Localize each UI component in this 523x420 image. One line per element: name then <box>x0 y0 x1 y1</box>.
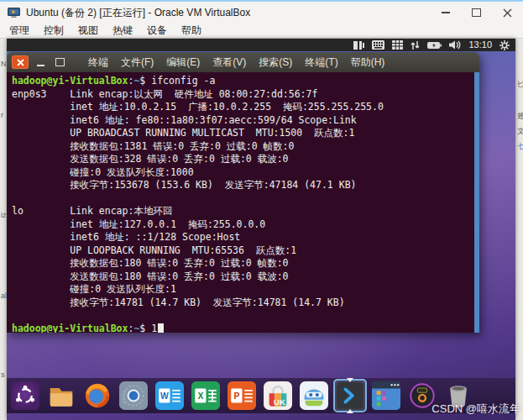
terminal-line: 发送数据包:328 错误:0 丢弃:0 过载:0 载波:0 <box>12 153 474 166</box>
ubuntu-dash-icon[interactable] <box>8 379 42 412</box>
terminal-menu-item[interactable]: 文件(F) <box>121 55 154 70</box>
virtualbox-menubar: 管理控制视图热键设备帮助 <box>0 24 523 39</box>
terminal-line: hadoop@yi-VirtualBox:~$ ifconfig -a <box>12 75 474 88</box>
host-desktop-fragment: iz <box>1 212 7 219</box>
terminal-menu-item[interactable]: 查看(V) <box>212 55 246 70</box>
network-arrows-icon[interactable] <box>411 40 420 50</box>
terminal-line: 发送数据包:180 错误:0 丢弃:0 过载:0 载波:0 <box>12 270 474 284</box>
svg-text:W: W <box>160 391 169 401</box>
minimize-icon <box>37 65 44 66</box>
terminal-scrollbar[interactable] <box>474 72 479 333</box>
terminal-line: inet6 地址: ::1/128 Scope:Host <box>12 231 474 244</box>
watermark: CSDN @嘻水流年 <box>431 402 520 417</box>
host-desktop-fragment: 七 <box>517 143 523 150</box>
window-title: Ubuntu (备份 2) [正在运行] - Oracle VM Virtual… <box>26 6 250 20</box>
terminal-menu-item[interactable]: 搜索(S) <box>259 55 292 70</box>
terminal-line: enp0s3 Link encap:以太网 硬件地址 08:00:27:dd:5… <box>12 88 474 102</box>
terminal-line: UP LOOPBACK RUNNING MTU:65536 跃点数:1 <box>12 244 474 258</box>
terminal-menu-item[interactable]: 帮助(H) <box>351 55 385 70</box>
terminal-maximize-button[interactable] <box>52 55 67 69</box>
utility-icon[interactable] <box>117 379 150 412</box>
host-desktop-fragment: 文 <box>517 128 523 135</box>
minimize-icon <box>442 12 450 13</box>
input-indicator-icon[interactable] <box>353 40 364 50</box>
terminal-line: inet 地址:127.0.0.1 掩码:255.0.0.0 <box>12 218 474 232</box>
prompt-user: hadoop@yi-VirtualBox <box>12 323 128 333</box>
ubuntu-top-panel: 13:10 <box>7 39 515 51</box>
volume-icon[interactable] <box>449 40 461 50</box>
prompt-user: hadoop@yi-VirtualBox <box>12 75 128 87</box>
host-desktop-fragment: N <box>1 60 7 68</box>
host-desktop-fragment: 匕 <box>517 81 523 88</box>
terminal-window: 终端文件(F)编辑(E)查看(V)搜索(S)终端(T)帮助(H) hadoop@… <box>7 52 479 333</box>
terminal-line: inet6 地址: fe80::1a80:3f07:aecc:599/64 Sc… <box>12 114 474 128</box>
terminal-menu-item[interactable]: 编辑(E) <box>166 55 200 70</box>
terminal-line: 接收数据包:180 错误:0 丢弃:0 过载:0 帧数:0 <box>12 257 474 270</box>
virtualbox-app-icon <box>8 7 20 18</box>
menubar-item[interactable]: 设备 <box>147 24 167 38</box>
prompt-command: $ ifconfig -a <box>139 75 215 87</box>
software-center-icon[interactable]: UK <box>261 379 295 412</box>
menubar-item[interactable]: 视图 <box>78 24 98 38</box>
svg-text:P: P <box>233 391 239 401</box>
host-desktop-fragment: 翅 <box>517 113 523 120</box>
terminal-line: inet 地址:10.0.2.15 广播:10.0.2.255 掩码:255.2… <box>12 101 474 114</box>
close-icon <box>17 59 24 66</box>
terminal-line: lo Link encap:本地环回 <box>12 205 474 218</box>
terminal-line: UP BROADCAST RUNNING MULTICAST MTU:1500 … <box>12 127 474 140</box>
terminal-minimize-button[interactable] <box>33 55 48 69</box>
terminal-line: 接收数据包:1381 错误:0 丢弃:0 过载:0 帧数:0 <box>12 140 474 154</box>
panel-clock[interactable]: 13:10 <box>468 39 492 51</box>
menubar-item[interactable]: 管理 <box>9 24 29 38</box>
terminal-menu-item[interactable]: 终端 <box>88 55 108 70</box>
terminal-close-button[interactable] <box>12 55 29 69</box>
terminal-line <box>12 309 474 323</box>
character-grid-icon[interactable] <box>392 40 403 50</box>
vm-viewport: 13:10 终端文件(F)编辑(E)查看(V)搜索(S)终端(T)帮助(H) h… <box>7 39 515 420</box>
svg-text:UK: UK <box>274 397 285 407</box>
prompt-command: $ 1 <box>139 323 157 333</box>
terminal-menu-item[interactable]: 终端(T) <box>305 55 337 70</box>
battery-icon[interactable] <box>427 41 442 50</box>
firefox-icon[interactable] <box>81 379 114 412</box>
minimize-button[interactable] <box>430 2 461 24</box>
terminal-titlebar: 终端文件(F)编辑(E)查看(V)搜索(S)终端(T)帮助(H) <box>7 52 479 72</box>
host-desktop-fragment: r <box>1 112 3 119</box>
menubar-item[interactable]: 帮助 <box>181 24 201 38</box>
files-icon[interactable] <box>44 379 78 412</box>
word-icon[interactable]: W <box>153 379 186 412</box>
excel-icon[interactable]: X <box>189 379 222 412</box>
keyboard-icon[interactable] <box>372 40 384 50</box>
terminal-line: 碰撞:0 发送队列长度:1 <box>12 283 474 297</box>
window-manager-icon[interactable] <box>369 379 403 412</box>
maximize-icon <box>55 58 65 66</box>
virtualbox-titlebar: Ubuntu (备份 2) [正在运行] - Oracle VM Virtual… <box>0 0 523 24</box>
maximize-button[interactable] <box>461 2 492 24</box>
maximize-icon <box>472 8 481 17</box>
terminal-line: 接收字节:153678 (153.6 KB) 发送字节:47184 (47.1 … <box>12 179 474 192</box>
terminal-screen[interactable]: hadoop@yi-VirtualBox:~$ ifconfig -aenp0s… <box>7 72 474 333</box>
menubar-item[interactable]: 热键 <box>112 24 133 38</box>
session-gear-icon[interactable] <box>499 40 510 50</box>
terminal-line: 接收字节:14781 (14.7 KB) 发送字节:14781 (14.7 KB… <box>12 297 474 310</box>
assistant-icon[interactable] <box>297 379 331 412</box>
close-button[interactable] <box>492 2 523 24</box>
powerpoint-icon[interactable]: P <box>225 379 259 412</box>
terminal-icon[interactable] <box>333 379 367 412</box>
close-icon <box>503 8 512 18</box>
terminal-cursor <box>158 323 164 333</box>
terminal-menubar: 终端文件(F)编辑(E)查看(V)搜索(S)终端(T)帮助(H) <box>88 55 384 70</box>
host-desktop-fragment: s <box>1 371 5 379</box>
terminal-line <box>12 192 474 206</box>
terminal-line: 碰撞:0 发送队列长度:1000 <box>12 166 474 180</box>
svg-text:X: X <box>197 391 203 401</box>
terminal-line: hadoop@yi-VirtualBox:~$ 1 <box>12 323 474 333</box>
host-desktop-fragment: al <box>1 292 7 300</box>
menubar-item[interactable]: 控制 <box>44 24 64 38</box>
